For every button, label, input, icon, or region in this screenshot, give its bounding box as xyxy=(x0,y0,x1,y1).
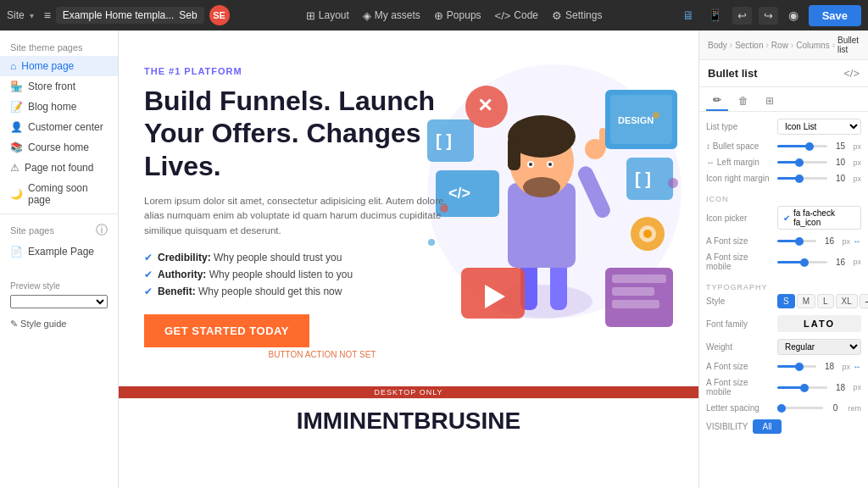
my-assets-menu-item[interactable]: ◈ My assets xyxy=(363,9,420,22)
font-size2-label: A Font size xyxy=(706,362,774,371)
hero-section: THE #1 PLATFORM Build Funnels. Launch Yo… xyxy=(119,30,698,386)
bullet-text-2: Authority: Why people should listen to y… xyxy=(158,269,353,280)
bullet-space-label: ↕ Bullet space xyxy=(706,141,774,151)
redo-button[interactable]: ↪ xyxy=(759,7,778,25)
hero-content: THE #1 PLATFORM Build Funnels. Launch Yo… xyxy=(144,66,500,359)
notfound-icon: ⚠ xyxy=(10,162,19,174)
popups-label: Popups xyxy=(447,9,481,21)
font-size-mobile2-label: A Font size mobile xyxy=(706,378,774,396)
font-size-mobile-slider[interactable] xyxy=(777,261,827,263)
svg-point-10 xyxy=(529,163,532,166)
icon-picker-selector[interactable]: ✔ fa fa-check fa_icon xyxy=(777,206,861,230)
add-site-page-btn[interactable]: ⓘ xyxy=(96,223,108,238)
cta-button[interactable]: GET STARTED TODAY xyxy=(144,314,309,347)
undo-button[interactable]: ↩ xyxy=(732,7,752,25)
preview-btn[interactable]: ◉ xyxy=(785,7,802,24)
mobile-view-btn[interactable]: 📱 xyxy=(704,7,726,24)
sidebar-notfound-label: Page not found xyxy=(25,162,93,174)
popups-menu-item[interactable]: ⊕ Popups xyxy=(434,9,481,22)
sidebar-item-customer-center[interactable]: 👤 Customer center xyxy=(0,117,118,137)
style-btn-s[interactable]: S xyxy=(777,294,795,308)
font-size-value: 16 xyxy=(819,236,839,246)
panel-body: List type Icon List ↕ Bullet space xyxy=(699,112,868,488)
breadcrumb-sep-3: › xyxy=(791,41,793,50)
site-pages-label: Site pages xyxy=(10,225,54,236)
spacing-icon: ↕ xyxy=(706,141,713,151)
right-panel: Body › Section › Row › Columns › Bullet … xyxy=(698,30,868,488)
font-size2-slider[interactable] xyxy=(777,365,816,368)
style-btn-dash[interactable]: — xyxy=(860,294,868,308)
canvas-frame: THE #1 PLATFORM Build Funnels. Launch Yo… xyxy=(119,30,698,488)
font-size2-control: 18 px ↔ xyxy=(777,362,861,371)
bullet-space-value: 15 xyxy=(830,141,850,151)
font-size-slider[interactable] xyxy=(777,240,816,242)
font-size-mobile-label: A Font size mobile xyxy=(706,252,774,271)
left-margin-label: ↔ Left margin xyxy=(706,158,774,167)
example-page-icon: 📄 xyxy=(10,246,23,258)
template-name-block: Example Home templa... Seb xyxy=(56,7,204,24)
sidebar-item-home-page[interactable]: ⌂ Home page xyxy=(0,56,118,76)
bullet-text-1: Credibility: Why people should trust you xyxy=(158,252,342,263)
font-size-mobile-value: 16 xyxy=(830,258,850,267)
breadcrumb-columns[interactable]: Columns xyxy=(796,41,829,50)
bullet-space-unit: px xyxy=(853,142,861,151)
icon-right-margin-slider[interactable] xyxy=(777,177,827,180)
template-sub: Seb xyxy=(179,9,197,21)
font-size-mobile2-row: A Font size mobile 18 px xyxy=(706,378,861,396)
breadcrumb-body[interactable]: Body xyxy=(708,41,727,50)
check-icon-1: ✔ xyxy=(144,252,153,263)
tab-delete[interactable]: 🗑 xyxy=(732,91,755,111)
layout-menu-item[interactable]: ⊞ Layout xyxy=(306,9,349,22)
vis-btn-all[interactable]: All xyxy=(753,419,781,434)
font-size-mobile2-unit: px xyxy=(853,383,861,391)
svg-point-39 xyxy=(653,112,659,119)
fontsize-mobile-icon: A xyxy=(706,252,714,262)
style-control: S M L XL — xyxy=(777,294,868,308)
list-type-select[interactable]: Icon List xyxy=(777,119,861,135)
font-size-mobile2-slider[interactable] xyxy=(777,386,827,389)
save-button[interactable]: Save xyxy=(809,5,861,26)
font-family-value[interactable]: LATO xyxy=(777,315,861,332)
bullet-item-2: ✔ Authority: Why people should listen to… xyxy=(144,269,500,280)
sidebar-item-course-home[interactable]: 📚 Course home xyxy=(0,137,118,158)
breadcrumb-section[interactable]: Section xyxy=(735,41,763,50)
visibility-label: VISIBILITY xyxy=(706,422,748,431)
settings-menu-item[interactable]: ⚙ Settings xyxy=(552,9,602,22)
responsive-icon: ↔ xyxy=(853,236,861,246)
breadcrumb-row[interactable]: Row xyxy=(771,41,788,50)
sidebar-item-coming-soon[interactable]: 🌙 Coming soon page xyxy=(0,178,118,210)
list-type-control: Icon List xyxy=(777,119,861,135)
style-btn-m[interactable]: M xyxy=(797,294,815,308)
weight-select[interactable]: Regular xyxy=(777,339,861,355)
bullet-space-slider[interactable] xyxy=(777,145,827,147)
panel-code-icon[interactable]: </> xyxy=(843,67,860,80)
hamburger-icon[interactable]: ≡ xyxy=(44,8,51,22)
code-menu-item[interactable]: </> Code xyxy=(495,9,538,22)
preview-style-label: Preview style xyxy=(10,281,60,291)
desktop-view-btn[interactable]: 🖥 xyxy=(679,7,698,24)
letter-spacing-label: Letter spacing xyxy=(706,403,774,413)
breadcrumb-bar: Body › Section › Row › Columns › Bullet … xyxy=(699,30,868,60)
list-type-row: List type Icon List xyxy=(706,119,861,135)
font-family-label: Font family xyxy=(706,319,774,329)
breadcrumb-sep-1: › xyxy=(730,41,732,50)
sidebar-item-not-found[interactable]: ⚠ Page not found xyxy=(0,158,118,178)
tab-edit[interactable]: ✏ xyxy=(706,91,728,111)
letter-spacing-slider[interactable] xyxy=(777,407,823,409)
sidebar-item-example-page[interactable]: 📄 Example Page xyxy=(0,241,118,262)
site-chevron-icon[interactable]: ▾ xyxy=(30,11,34,20)
font-size-mobile-control: 16 px xyxy=(777,258,861,267)
font-size-mobile-row: A Font size mobile 16 px xyxy=(706,252,861,271)
sidebar-divider xyxy=(0,214,118,214)
left-margin-slider[interactable] xyxy=(777,161,827,164)
preview-style-select[interactable] xyxy=(10,295,108,308)
style-btn-l[interactable]: L xyxy=(817,294,834,308)
tab-layout[interactable]: ⊞ xyxy=(759,91,781,111)
style-guide-btn[interactable]: ✎ Style guide xyxy=(10,319,66,329)
letter-spacing-row: Letter spacing 0 rem xyxy=(706,403,861,413)
bullet-space-control: 15 px xyxy=(777,141,861,151)
sidebar-item-store-front[interactable]: 🏪 Store front xyxy=(0,76,118,97)
style-btn-xl[interactable]: XL xyxy=(836,294,858,308)
home-icon: ⌂ xyxy=(10,60,16,72)
sidebar-item-blog-home[interactable]: 📝 Blog home xyxy=(0,97,118,117)
